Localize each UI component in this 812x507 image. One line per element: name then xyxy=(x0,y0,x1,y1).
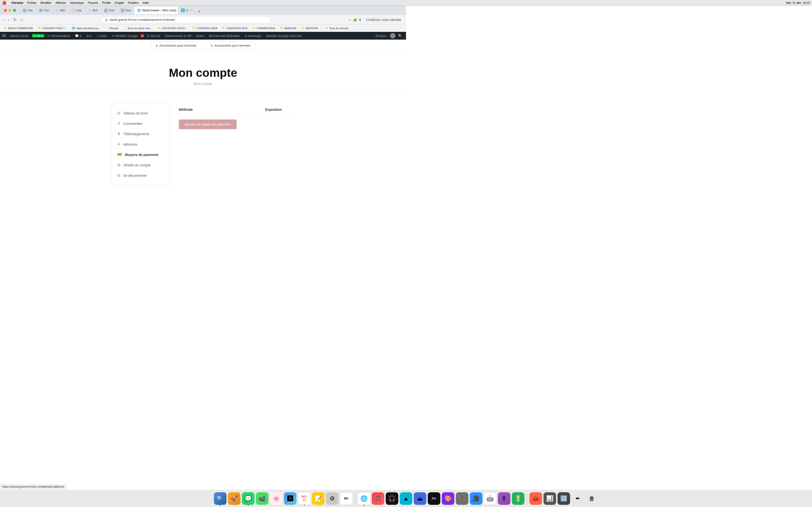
home-button[interactable]: ⌂ xyxy=(19,17,24,23)
bookmark-formations[interactable]: 📁 FORMATIONS xyxy=(251,26,277,30)
tab-mer[interactable]: 📧 Mer xyxy=(52,6,68,14)
menu-afficher[interactable]: Afficher xyxy=(55,1,66,5)
tab-con[interactable]: 🌐 Con xyxy=(36,6,52,14)
sidebar-item-tableau[interactable]: ⊟ Tableau de bord xyxy=(111,108,169,118)
menu-modifier[interactable]: Modifier xyxy=(40,1,51,5)
bookmark-bioui[interactable]: 📁 BIOUI FORMATION xyxy=(2,26,35,30)
wp-site-kit[interactable]: G Site Kit xyxy=(145,34,162,38)
bookmark-convert[interactable]: 📁 CONVERT PNG T... xyxy=(36,26,69,30)
tab-cop[interactable]: 📋 Cop xyxy=(69,6,85,14)
online-badge: En ligne xyxy=(32,34,45,38)
expiration-header: Expiration xyxy=(265,108,282,112)
menu-fenetre[interactable]: Fenêtre xyxy=(128,1,139,5)
wp-maintenance[interactable]: Maintenance is Off xyxy=(163,34,193,38)
bookmark-location[interactable]: 📁 LOCATION VOITU... xyxy=(155,26,189,30)
bookmark-all-favorites[interactable]: 📁 Tous les favoris xyxy=(323,26,350,30)
tab-goo1[interactable]: 🔤 Goo xyxy=(101,6,117,14)
sidebar-label-deconnexion: Se déconnecter xyxy=(123,174,147,177)
bookmark-folder-icon: 📁 xyxy=(4,26,7,30)
tab-goo2[interactable]: 🔤 Goo xyxy=(118,6,134,14)
wp-modifier-accueil[interactable]: Modifier la page d'accueil xyxy=(264,34,304,38)
sidebar-item-moyens-paiement[interactable]: 💳 Moyens de paiement xyxy=(111,150,169,160)
nav-hommes-button[interactable]: ∨ Accessoires pour hommes xyxy=(151,42,202,50)
sidebar-item-telechargements[interactable]: ⬆ Téléchargements xyxy=(111,129,169,139)
wp-search[interactable]: 🔍 xyxy=(396,34,404,38)
tab-wel[interactable]: 🌐 Stand Granet – Mon comp... ✕ xyxy=(134,6,178,14)
wp-creer[interactable]: + Créer xyxy=(95,34,109,38)
menu-aide[interactable]: Aide xyxy=(143,1,149,5)
bookmark-audiobot[interactable]: 🌐 https://audiobot.pr... xyxy=(70,26,102,30)
tab-label-vue: Vue xyxy=(28,9,33,12)
sidebar-item-deconnexion[interactable]: ⊟ Se déconnecter xyxy=(111,170,169,181)
tab-label-goo1: Goo xyxy=(109,9,114,12)
bookmark-label-liens: Tous les liens vers... xyxy=(128,27,153,30)
wp-site-name[interactable]: Stand Granet xyxy=(8,34,31,38)
fullscreen-button[interactable] xyxy=(13,9,16,12)
bookmark-star-button[interactable]: ☆ xyxy=(349,18,352,22)
wp-modifier-page[interactable]: ✏ Modifier la page xyxy=(110,34,140,38)
bookmark-label-location: LOCATION VOITU... xyxy=(162,27,187,30)
back-button[interactable]: ‹ xyxy=(2,17,5,23)
new-tab-button[interactable]: + xyxy=(196,9,203,14)
wp-admin-bar: W Stand Granet En ligne ✏ Personnaliser … xyxy=(0,32,406,40)
extension-button[interactable]: 🧩 xyxy=(353,18,357,22)
wp-bebuilder[interactable]: Be Edit with BeBuilder xyxy=(207,34,242,38)
tab-s[interactable]: S S ✕ xyxy=(179,6,196,14)
active-app-name[interactable]: Chrome xyxy=(11,1,23,5)
bookmark-contenu[interactable]: 📁 CONTENU WEB xyxy=(190,26,219,30)
wp-personnaliser[interactable]: ✏ Personnaliser xyxy=(45,34,72,38)
orders-icon: ↺ xyxy=(117,121,120,126)
reload-button[interactable]: ↻ xyxy=(12,16,17,23)
wp-pending-count[interactable]: ⊟ 0 xyxy=(84,34,94,38)
sidebar-item-adresses[interactable]: ✛ Adresses xyxy=(111,139,169,150)
forward-button[interactable]: › xyxy=(7,17,10,23)
download-button[interactable]: ⬇ xyxy=(359,18,361,22)
account-section: ⊟ Tableau de bord ↺ Commandes ⬆ Téléchar… xyxy=(82,93,324,195)
wp-notes[interactable]: Notes xyxy=(194,34,206,38)
page-title: Mon compte xyxy=(0,66,406,79)
bookmark-gestion[interactable]: 📁 GESTION xyxy=(299,26,320,30)
wp-hostinger[interactable]: H Hostinger xyxy=(243,34,263,38)
chevron-down-icon-femmes: ∨ xyxy=(210,44,213,47)
confirm-identity-button[interactable]: Confirmer votre identité xyxy=(363,17,404,23)
bookmark-rovodi[interactable]: 📄 Rovodi xyxy=(103,26,120,30)
tab-label-mer: Mer xyxy=(60,9,65,12)
apple-menu[interactable]: 🍎 xyxy=(2,1,6,5)
wp-admin-right: Bonjour, 🔍 xyxy=(373,33,404,38)
menu-profils[interactable]: Profils xyxy=(102,1,111,5)
tab-favicon-s: S xyxy=(181,9,185,12)
wp-logo-icon[interactable]: W xyxy=(2,33,6,38)
method-header: Méthode xyxy=(179,108,193,112)
wp-bonjour[interactable]: Bonjour, xyxy=(373,34,389,38)
bookmark-folder-icon-5: 📁 xyxy=(222,26,225,30)
menu-onglet[interactable]: Onglet xyxy=(115,1,124,5)
add-payment-method-button[interactable]: Ajouter un moyen de paiement xyxy=(179,119,237,129)
sidebar-label-commandes: Commandes xyxy=(123,122,142,125)
close-button[interactable] xyxy=(4,9,7,12)
sidebar-item-details-compte[interactable]: ⚙ Détails du compte xyxy=(111,160,169,170)
tab-boil[interactable]: 📧 Boîl xyxy=(85,6,101,14)
url-bar[interactable]: 🔒 stand-granet.fr/mon-compte/payment-met… xyxy=(101,16,271,23)
bookmark-folder-icon-4: 📁 xyxy=(192,26,196,30)
chrome-tab-area: 🌐 Vue 🌐 Con 📧 Mer 📋 Cop 📧 Boîl 🔤 Goo xyxy=(0,6,406,15)
wp-dot-icon xyxy=(141,34,144,38)
sidebar-item-commandes[interactable]: ↺ Commandes xyxy=(111,118,169,129)
bookmark-creation[interactable]: 📁 CREATION SITE xyxy=(220,26,249,30)
tab-favicon-goo1: 🔤 xyxy=(104,9,107,12)
menu-historique[interactable]: Historique xyxy=(70,1,84,5)
menu-fichier[interactable]: Fichier xyxy=(27,1,37,5)
minimize-button[interactable] xyxy=(8,9,11,12)
dashboard-icon: ⊟ xyxy=(117,111,120,115)
menu-favoris[interactable]: Favoris xyxy=(88,1,98,5)
mac-menubar: 🍎 Chrome Fichier Modifier Afficher Histo… xyxy=(0,0,406,6)
tab-label-con: Con xyxy=(44,9,49,12)
nav-femmes-button[interactable]: ∨ Accessoires pour femmes xyxy=(205,42,256,50)
wp-comments-count[interactable]: 💬 4 xyxy=(73,34,83,38)
bookmark-amazon[interactable]: 📁 AMAZON xyxy=(278,26,298,30)
account-details-icon: ⚙ xyxy=(117,163,120,167)
bookmark-folder-icon-7: 📁 xyxy=(280,26,284,30)
bookmark-label-gestion: GESTION xyxy=(305,27,318,30)
bookmark-liens[interactable]: 📄 Tous les liens vers... xyxy=(121,26,155,30)
tab-close-s[interactable]: ✕ xyxy=(191,9,193,12)
tab-vue[interactable]: 🌐 Vue xyxy=(20,6,36,14)
